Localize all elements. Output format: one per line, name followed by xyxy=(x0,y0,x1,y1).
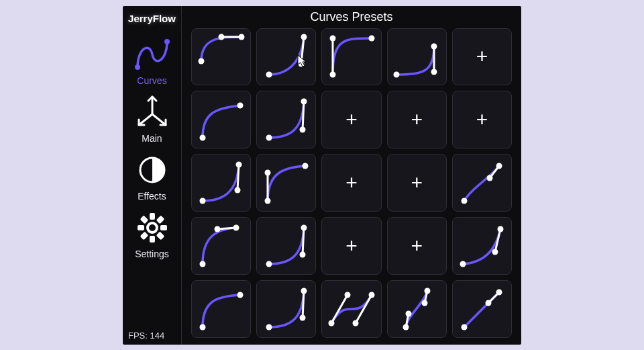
preset-slot-curve[interactable] xyxy=(191,154,251,212)
curve-preview xyxy=(195,157,248,209)
svg-point-30 xyxy=(394,72,400,78)
preset-slot-empty[interactable]: + xyxy=(321,217,381,275)
svg-rect-10 xyxy=(160,225,167,230)
svg-point-63 xyxy=(237,292,243,298)
sidebar-item-curves[interactable]: Curves xyxy=(125,35,179,86)
preset-slot-empty[interactable]: + xyxy=(387,217,447,275)
preset-slot-curve[interactable] xyxy=(321,280,381,338)
sidebar-item-main[interactable]: Main xyxy=(125,93,179,144)
svg-point-78 xyxy=(403,324,409,330)
svg-point-26 xyxy=(329,72,335,78)
svg-point-71 xyxy=(368,292,374,298)
curve-preview xyxy=(455,283,508,335)
svg-point-22 xyxy=(266,72,272,78)
page-title: Curves Presets xyxy=(191,10,512,28)
svg-point-83 xyxy=(496,289,502,295)
app-window: JerryFlow Curves xyxy=(123,6,521,345)
preset-slot-curve[interactable] xyxy=(191,280,251,338)
svg-point-39 xyxy=(234,187,240,193)
svg-point-32 xyxy=(199,135,205,141)
curve-preview xyxy=(260,30,313,83)
nav-label: Effects xyxy=(125,191,179,202)
svg-point-17 xyxy=(218,34,224,40)
svg-point-25 xyxy=(329,36,335,42)
svg-point-77 xyxy=(422,300,428,306)
svg-point-48 xyxy=(462,198,468,204)
svg-point-33 xyxy=(237,103,243,109)
svg-point-59 xyxy=(492,249,498,255)
svg-point-70 xyxy=(328,320,334,326)
svg-line-34 xyxy=(303,101,304,130)
svg-point-61 xyxy=(498,226,504,232)
preset-slot-empty[interactable]: + xyxy=(452,28,512,86)
plus-icon: + xyxy=(476,110,488,130)
svg-point-44 xyxy=(264,198,270,204)
preset-slot-curve[interactable] xyxy=(256,91,316,148)
curve-preview xyxy=(390,283,443,335)
svg-point-41 xyxy=(235,161,241,167)
axes-icon xyxy=(132,93,172,132)
preset-slot-empty[interactable]: + xyxy=(387,91,447,148)
plus-icon: + xyxy=(345,110,358,130)
svg-line-4 xyxy=(152,114,166,125)
curve-preview xyxy=(455,220,508,272)
contrast-icon xyxy=(132,150,172,189)
svg-point-35 xyxy=(299,127,305,133)
plus-icon: + xyxy=(345,173,358,193)
curve-preview xyxy=(260,220,313,272)
sidebar-item-effects[interactable]: Effects xyxy=(125,150,179,202)
preset-slot-curve[interactable] xyxy=(256,154,316,212)
preset-slot-empty[interactable]: + xyxy=(387,154,447,212)
curve-preview xyxy=(195,220,248,272)
curve-preview xyxy=(390,30,443,83)
svg-point-52 xyxy=(199,261,205,267)
curve-preview xyxy=(325,283,378,335)
curve-preview xyxy=(195,30,248,83)
svg-point-79 xyxy=(425,288,431,294)
svg-point-21 xyxy=(298,61,304,67)
preset-slot-curve[interactable] xyxy=(387,28,447,86)
svg-point-27 xyxy=(368,36,374,42)
svg-point-40 xyxy=(199,198,205,204)
preset-slot-curve[interactable] xyxy=(452,217,512,275)
preset-slot-curve[interactable] xyxy=(452,154,512,212)
svg-point-75 xyxy=(406,310,412,316)
svg-point-53 xyxy=(233,224,239,230)
preset-slot-empty[interactable]: + xyxy=(452,91,512,148)
svg-point-67 xyxy=(301,288,307,294)
svg-rect-8 xyxy=(150,236,155,243)
svg-point-62 xyxy=(199,324,205,330)
preset-slot-empty[interactable]: + xyxy=(321,154,381,212)
svg-point-57 xyxy=(301,224,307,230)
plus-icon: + xyxy=(411,173,423,193)
svg-line-3 xyxy=(139,114,152,125)
preset-slot-curve[interactable] xyxy=(191,91,251,148)
svg-point-56 xyxy=(266,261,272,267)
svg-point-82 xyxy=(462,324,468,330)
preset-slot-curve[interactable] xyxy=(256,280,316,338)
nav-label: Main xyxy=(125,133,179,144)
preset-slot-curve[interactable] xyxy=(256,28,316,86)
svg-point-37 xyxy=(301,99,307,105)
plus-icon: + xyxy=(411,110,423,130)
svg-point-47 xyxy=(487,175,493,181)
svg-rect-14 xyxy=(156,231,164,240)
preset-slot-curve[interactable] xyxy=(191,28,251,86)
sidebar-item-settings[interactable]: Settings xyxy=(125,208,179,259)
preset-slot-curve[interactable] xyxy=(256,217,316,275)
preset-slot-empty[interactable]: + xyxy=(321,91,381,148)
fps-label: FPS: 144 xyxy=(123,326,181,345)
svg-rect-12 xyxy=(140,231,148,240)
svg-point-0 xyxy=(135,64,140,70)
preset-slot-curve[interactable] xyxy=(387,280,447,338)
preset-slot-curve[interactable] xyxy=(321,28,381,86)
plus-icon: + xyxy=(345,236,358,256)
svg-point-19 xyxy=(238,34,244,40)
preset-slot-curve[interactable] xyxy=(452,280,512,338)
nav-label: Settings xyxy=(125,249,179,259)
preset-slot-curve[interactable] xyxy=(191,217,251,275)
svg-point-1 xyxy=(164,39,170,44)
svg-rect-7 xyxy=(150,213,155,220)
svg-point-31 xyxy=(431,44,437,50)
svg-rect-11 xyxy=(156,215,164,224)
